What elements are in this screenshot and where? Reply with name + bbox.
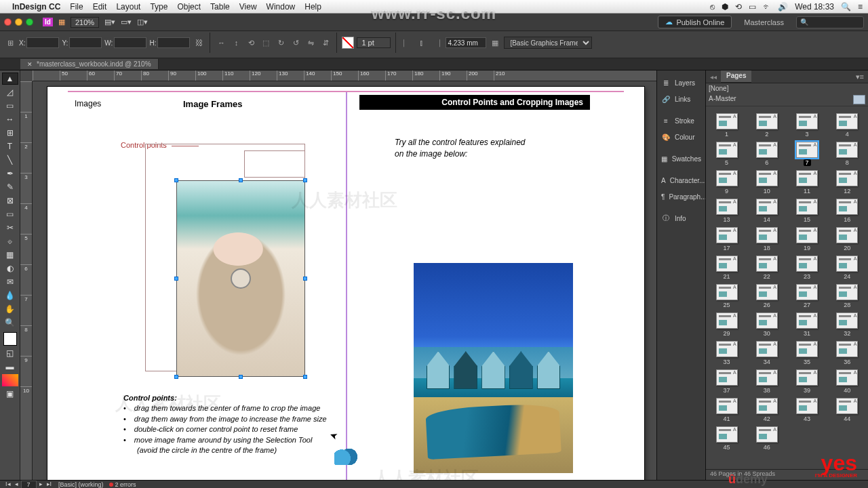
- page-thumb[interactable]: 23: [791, 256, 824, 280]
- spotlight-icon[interactable]: 🔍: [841, 2, 851, 12]
- last-page-icon[interactable]: ▸I: [45, 481, 54, 489]
- page-thumb[interactable]: 38: [750, 369, 783, 394]
- page-thumb[interactable]: 2: [750, 113, 783, 138]
- h-input[interactable]: [157, 37, 190, 48]
- free-transform-tool[interactable]: ⟐: [2, 235, 18, 247]
- workspace-select[interactable]: Masterclass: [744, 18, 784, 26]
- rotate-ccw-icon[interactable]: ↺: [290, 37, 302, 49]
- page-thumb[interactable]: 16: [831, 199, 864, 223]
- align-right-icon[interactable]: ⎹: [431, 37, 443, 49]
- vertical-ruler[interactable]: 12345678910: [20, 81, 33, 480]
- page-thumb[interactable]: 29: [710, 312, 743, 337]
- menu-window[interactable]: Window: [267, 2, 296, 12]
- dock-character[interactable]: ACharacter...: [657, 172, 705, 188]
- collapse-icon[interactable]: ◂◂: [706, 72, 721, 82]
- flip-h-icon[interactable]: ⇋: [304, 37, 317, 49]
- constrain-icon[interactable]: ⛓: [193, 37, 205, 49]
- none-master[interactable]: [None]: [706, 83, 868, 94]
- rectangle-frame-tool[interactable]: ⊠: [2, 195, 18, 207]
- screen-mode-icon[interactable]: ▭▾: [121, 18, 132, 26]
- page-thumb[interactable]: 5: [710, 142, 743, 166]
- page-thumb[interactable]: 36: [831, 341, 864, 365]
- page-thumb[interactable]: 25: [710, 284, 743, 308]
- window-min-icon[interactable]: [15, 18, 22, 26]
- menu-view[interactable]: View: [239, 2, 257, 12]
- scale-y-icon[interactable]: ↕: [230, 37, 242, 49]
- page-thumb[interactable]: 31: [791, 312, 824, 337]
- menu-type[interactable]: Type: [150, 2, 167, 12]
- app-name[interactable]: InDesign CC: [12, 2, 60, 12]
- page-thumb[interactable]: 9: [710, 170, 743, 195]
- page-thumb[interactable]: 22: [750, 256, 783, 280]
- dock-paragraph[interactable]: ¶Paragraph...: [657, 188, 705, 205]
- page-nav[interactable]: I◂ ◂ 7 ▸ ▸I: [4, 481, 53, 489]
- menu-edit[interactable]: Edit: [93, 2, 107, 12]
- page-thumb[interactable]: 44: [831, 398, 864, 422]
- a-master[interactable]: A-Master: [706, 94, 868, 106]
- gap-tool[interactable]: ↔: [2, 113, 18, 125]
- page-thumb[interactable]: 35: [791, 341, 824, 365]
- bridge-icon[interactable]: ▦: [58, 18, 65, 26]
- rotate-icon[interactable]: ⟲: [245, 37, 257, 49]
- menu-layout[interactable]: Layout: [116, 2, 140, 12]
- w-input[interactable]: [114, 37, 146, 48]
- page-thumb[interactable]: 13: [710, 199, 743, 223]
- page-thumb[interactable]: 26: [750, 284, 783, 308]
- fill-stroke-proxy[interactable]: [3, 332, 17, 346]
- beach-image[interactable]: [414, 263, 573, 473]
- page-thumb[interactable]: 18: [750, 227, 783, 251]
- preflight-status[interactable]: 2 errors: [109, 481, 136, 488]
- battery-icon[interactable]: ▭: [749, 2, 756, 12]
- gradient-swatch-tool[interactable]: ▦: [2, 249, 18, 261]
- dock-layers[interactable]: ≣Layers: [657, 75, 705, 91]
- menu-object[interactable]: Object: [177, 2, 201, 12]
- page-thumb[interactable]: 15: [791, 199, 824, 223]
- search-stock-input[interactable]: 🔍: [796, 16, 864, 28]
- current-page-field[interactable]: 7: [21, 481, 37, 489]
- page-thumb[interactable]: 19: [791, 227, 824, 251]
- clock[interactable]: Wed 18:33: [795, 2, 834, 12]
- selection-tool[interactable]: ▲: [2, 73, 18, 85]
- page-thumb[interactable]: 17: [710, 227, 743, 251]
- shear-icon[interactable]: ⬚: [260, 37, 272, 49]
- page-thumb[interactable]: 37: [710, 369, 743, 394]
- image-frame-selected[interactable]: [176, 180, 305, 377]
- page-thumb[interactable]: 21: [710, 256, 743, 280]
- document-tab[interactable]: ✕ *masterclass_workbook.indd @ 210%: [20, 59, 159, 69]
- content-collector-tool[interactable]: ⊞: [2, 127, 18, 139]
- zoom-select[interactable]: 210%: [71, 17, 99, 28]
- page-thumb[interactable]: 4: [831, 113, 864, 138]
- hand-tool[interactable]: ✋: [2, 303, 18, 315]
- page-thumb[interactable]: 39: [791, 369, 824, 394]
- text-wrap-icon[interactable]: ▦: [489, 37, 501, 49]
- dock-stroke[interactable]: ≡Stroke: [657, 113, 705, 129]
- close-tab-icon[interactable]: ✕: [27, 61, 33, 68]
- gradient-feather-tool[interactable]: ◐: [2, 262, 18, 274]
- first-page-icon[interactable]: I◂: [4, 481, 12, 489]
- note-tool[interactable]: ✉: [2, 276, 18, 288]
- fill-swatch-icon[interactable]: [342, 37, 354, 49]
- page-thumb[interactable]: 14: [750, 199, 783, 223]
- menu-table[interactable]: Table: [210, 2, 230, 12]
- page-thumb[interactable]: 45: [710, 426, 743, 451]
- content-grabber-icon[interactable]: [231, 268, 251, 289]
- pen-tool[interactable]: ✒: [2, 167, 18, 180]
- dock-colour[interactable]: 🎨Colour: [657, 129, 705, 145]
- align-left-icon[interactable]: ⎸: [401, 37, 413, 49]
- dock-info[interactable]: ⓘInfo: [657, 210, 705, 226]
- horizontal-ruler[interactable]: 5060708090100110120130140150160170180190…: [33, 70, 656, 81]
- panel-menu-icon[interactable]: ▾≡: [852, 73, 868, 81]
- menu-help[interactable]: Help: [304, 2, 321, 12]
- window-close-icon[interactable]: [4, 18, 12, 26]
- arrange-icon[interactable]: ◫▾: [137, 18, 148, 26]
- status-icon[interactable]: ⎋: [710, 2, 715, 12]
- page-thumb[interactable]: 1: [710, 113, 743, 138]
- y-input[interactable]: [69, 37, 102, 48]
- publish-online-button[interactable]: Publish Online: [658, 16, 732, 28]
- page-thumb[interactable]: 34: [750, 341, 783, 365]
- screen-mode-normal-icon[interactable]: ▣: [2, 388, 18, 400]
- pencil-tool[interactable]: ✎: [2, 181, 18, 193]
- page-thumb[interactable]: 40: [831, 369, 864, 394]
- page-thumb[interactable]: 27: [791, 284, 824, 308]
- page-thumb[interactable]: 8: [831, 142, 864, 166]
